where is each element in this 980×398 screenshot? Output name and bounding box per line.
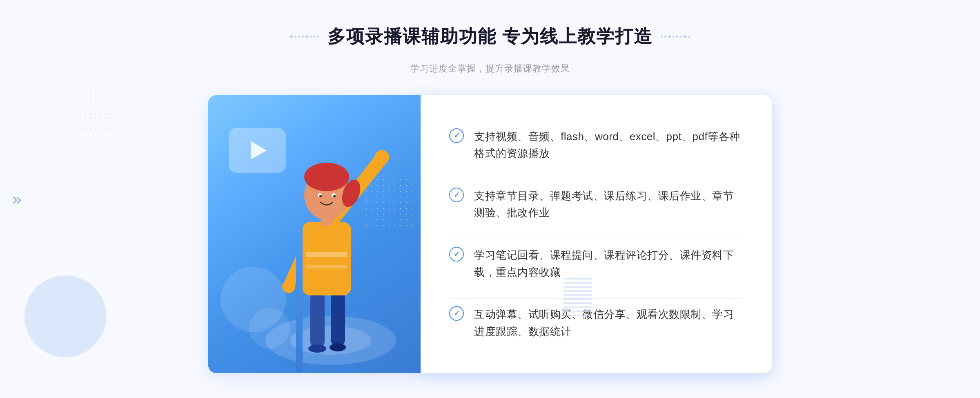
left-panel-inner [208,95,421,373]
title-section: 多项录播课辅助功能 专为线上教学打造 [290,25,690,49]
svg-rect-2 [310,291,325,349]
page-title: 多项录播课辅助功能 专为线上教学打造 [327,25,653,49]
svg-point-10 [282,280,295,293]
svg-point-13 [304,163,349,191]
person-illustration [253,128,408,373]
title-deco-right [661,35,690,38]
left-illustration-panel [208,95,421,373]
features-panel: ✓ 支持视频、音频、flash、word、excel、ppt、pdf等各种格式的… [421,95,772,373]
feature-item-1: ✓ 支持视频、音频、flash、word、excel、ppt、pdf等各种格式的… [449,121,743,170]
page-container: 多项录播课辅助功能 专为线上教学打造 学习进度全掌握，提升录播课教学效果 » [0,0,980,398]
feature-item-4: ✓ 互动弹幕、试听购买、微信分享、观看次数限制、学习进度跟踪、数据统计 [449,298,743,347]
feature-text-3: 学习笔记回看、课程提问、课程评论打分、课件资料下载，重点内容收藏 [474,247,743,281]
check-icon-4: ✓ [449,306,464,321]
check-icon-1: ✓ [449,128,464,143]
main-card: ✓ 支持视频、音频、flash、word、excel、ppt、pdf等各种格式的… [208,95,772,373]
check-icon-2: ✓ [449,188,464,202]
svg-rect-3 [331,291,345,347]
svg-point-5 [330,343,346,351]
feature-item-3: ✓ 学习笔记回看、课程提问、课程评论打分、课件资料下载，重点内容收藏 [449,239,743,288]
feature-text-1: 支持视频、音频、flash、word、excel、ppt、pdf等各种格式的资源… [474,128,743,162]
svg-point-8 [374,150,389,165]
feature-text-4: 互动弹幕、试听购买、微信分享、观看次数限制、学习进度跟踪、数据统计 [474,306,743,340]
feature-text-2: 支持章节目录、弹题考试、课后练习、课后作业、章节测验、批改作业 [474,188,743,221]
blue-connector-bar [296,152,303,373]
check-icon-3: ✓ [449,247,464,262]
svg-point-4 [308,344,326,353]
svg-point-18 [333,195,336,197]
dots-decoration-left [74,82,122,131]
feature-item-2: ✓ 支持章节目录、弹题考试、课后练习、课后作业、章节测验、批改作业 [449,180,743,229]
page-subtitle: 学习进度全掌握，提升录播课教学效果 [410,63,570,75]
side-arrow-icon: » [12,190,21,208]
semicircle-decoration [24,275,106,357]
svg-point-17 [319,195,322,197]
stripes-decoration [564,275,592,316]
title-deco-left [290,35,319,38]
